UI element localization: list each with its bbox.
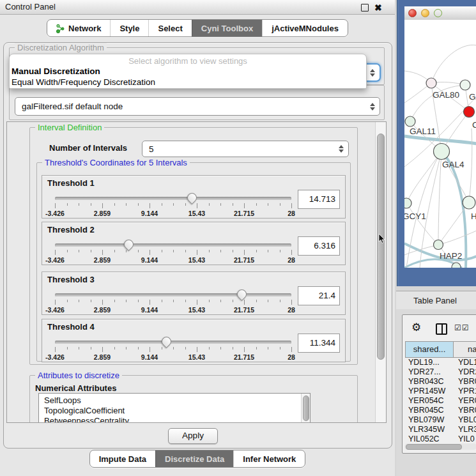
table-row[interactable]: YER054CYER0 — [405, 396, 476, 406]
table-row[interactable]: YLR345WYLR3 — [405, 425, 476, 434]
tick-mark — [233, 300, 233, 302]
network-node[interactable] — [452, 263, 461, 268]
table-hscrollbar-thumb[interactable] — [406, 444, 462, 450]
attributes-scrollbar-thumb[interactable] — [303, 395, 309, 421]
close-icon[interactable]: ✖ — [374, 1, 382, 15]
slider-track[interactable] — [55, 243, 291, 247]
float-window-icon[interactable] — [361, 4, 369, 12]
tab-cyni-toolbox[interactable]: Cyni Toolbox — [192, 20, 262, 36]
tab-network[interactable]: Network — [47, 20, 110, 36]
threshold-slider[interactable]: -3.4262.8599.14415.4321.71528 — [55, 239, 291, 263]
attributes-group: Attributes to discretize Numerical Attri… — [29, 375, 358, 423]
minimize-traffic-light-icon[interactable] — [421, 9, 429, 17]
table-row[interactable]: YIL052CYIL0 — [405, 434, 476, 444]
control-panel-title: Control Panel — [5, 0, 56, 14]
checkbox-icons[interactable]: ☑☑ — [454, 323, 470, 332]
tab-infer-network[interactable]: Infer Network — [233, 450, 305, 467]
tick-mark — [126, 347, 127, 349]
threshold-slider[interactable]: -3.4262.8599.14415.4321.71528 — [55, 192, 291, 217]
tick-mark — [138, 203, 139, 206]
close-traffic-light-icon[interactable] — [408, 9, 417, 17]
slider-track[interactable] — [55, 341, 291, 344]
zoom-traffic-light-icon[interactable] — [434, 9, 442, 17]
table-row[interactable]: YPR145WYPR1 — [405, 387, 476, 396]
slider-track[interactable] — [55, 197, 291, 200]
numerical-attributes-label: Numerical Attributes — [35, 383, 116, 393]
gear-icon[interactable]: ⚙ — [411, 321, 421, 334]
network-node[interactable] — [404, 198, 411, 208]
settings-scrollbar-track[interactable] — [375, 122, 386, 422]
attribute-item-topologicalcoefficient[interactable]: TopologicalCoefficient — [39, 406, 310, 416]
network-node[interactable] — [464, 107, 475, 118]
threshold-slider[interactable]: -3.4262.8599.14415.4321.71528 — [55, 336, 291, 360]
tick-mark — [220, 250, 221, 252]
tab-discretize-data[interactable]: Discretize Data — [155, 450, 233, 467]
threshold-slider[interactable]: -3.4262.8599.14415.4321.71528 — [55, 289, 291, 313]
threshold-label: Threshold 2 — [47, 225, 95, 234]
slider-thumb[interactable] — [235, 288, 249, 301]
network-node[interactable] — [434, 240, 443, 250]
tick-mark — [150, 347, 150, 352]
table-row[interactable]: YBR045CYBR0 — [405, 406, 476, 415]
table-hscrollbar[interactable] — [404, 443, 476, 450]
threshold-value[interactable]: 14.713 — [298, 190, 340, 209]
tab-impute-data[interactable]: Impute Data — [90, 450, 155, 467]
control-panel: Control Panel ✖ NetworkStyleSelectCyni T… — [0, 0, 395, 476]
tick-mark — [79, 347, 79, 349]
threshold-value[interactable]: 6.316 — [298, 236, 340, 256]
tick-label: 21.715 — [234, 256, 254, 264]
tick-mark — [55, 347, 56, 352]
attribute-item-selfloops[interactable]: SelfLoops — [39, 394, 310, 406]
tick-mark — [291, 347, 292, 352]
column-header-shared[interactable]: shared... — [405, 341, 454, 358]
settings-scrollbar-thumb[interactable] — [377, 134, 385, 360]
mouse-cursor — [378, 234, 386, 244]
split-columns-icon[interactable] — [436, 323, 447, 335]
tick-mark — [162, 203, 162, 206]
threshold-value[interactable]: 11.344 — [298, 334, 340, 353]
apply-button[interactable]: Apply — [168, 428, 218, 444]
network-node[interactable] — [426, 78, 436, 88]
slider-thumb[interactable] — [160, 335, 173, 348]
numerical-attributes-list[interactable]: SelfLoopsTopologicalCoefficientBetweenne… — [38, 393, 311, 423]
slider-tick-labels: -3.4262.8599.14415.4321.71528 — [55, 256, 291, 264]
tab-jactivemnodules[interactable]: jActiveMNodules — [262, 20, 348, 36]
cell-name: YBR0 — [454, 377, 476, 387]
table-row[interactable]: YDL19...YDL1 — [405, 358, 476, 367]
tick-mark — [209, 347, 210, 349]
tick-mark — [209, 300, 210, 302]
attributes-scrollbar-track[interactable] — [301, 394, 310, 423]
algorithm-option-equal-width-frequency-discretization[interactable]: Equal Width/Frequency Discretization — [12, 77, 155, 87]
threshold-value[interactable]: 21.4 — [298, 286, 340, 305]
network-node[interactable] — [460, 80, 470, 90]
attribute-item-betweennesscentrality[interactable]: BetweennessCentrality — [39, 416, 310, 423]
network-node[interactable] — [405, 116, 415, 127]
network-node[interactable] — [434, 144, 450, 160]
slider-thumb[interactable] — [122, 238, 135, 251]
node-label-ga: GA — [469, 92, 476, 102]
tick-mark — [162, 347, 162, 349]
algorithm-option-manual-discretization[interactable]: Manual Discretization — [12, 66, 100, 76]
tab-select[interactable]: Select — [148, 20, 191, 36]
tab-style[interactable]: Style — [110, 20, 148, 36]
slider-track[interactable] — [55, 293, 291, 296]
tick-mark — [209, 203, 210, 206]
network-canvas[interactable]: GAL80GACGAL11GAL4GCY1HHAP2 — [404, 20, 476, 268]
number-of-intervals-combo[interactable]: 5 — [142, 141, 349, 157]
table-data-combo[interactable]: galFiltered.sif default node — [15, 97, 380, 116]
tick-mark — [233, 347, 233, 349]
table-row[interactable]: YDR27...YDR2 — [405, 367, 476, 377]
slider-thumb[interactable] — [185, 191, 198, 204]
tick-label: -3.426 — [45, 256, 65, 264]
tick-mark — [268, 300, 268, 302]
table-row[interactable]: YBR043CYBR0 — [405, 377, 476, 387]
column-header-name[interactable]: na — [454, 341, 476, 358]
network-window-titlebar[interactable] — [404, 6, 476, 20]
network-node[interactable] — [463, 196, 475, 209]
tick-mark — [150, 300, 150, 305]
slider-ticks — [55, 300, 291, 305]
cell-name: YER0 — [454, 396, 476, 406]
tick-mark — [173, 300, 174, 302]
table-row[interactable]: YBL079WYBL0 — [405, 415, 476, 425]
tick-mark — [55, 300, 56, 305]
